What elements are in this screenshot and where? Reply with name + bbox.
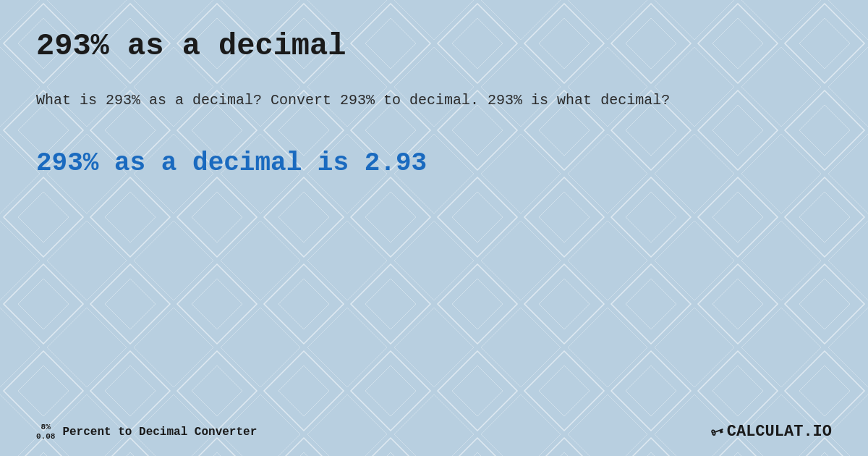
page-title: 293% as a decimal xyxy=(36,29,832,64)
page-description: What is 293% as a decimal? Convert 293% … xyxy=(36,89,832,112)
percent-top: 8% xyxy=(41,423,51,432)
key-icon: 🗝 xyxy=(709,423,726,442)
logo-text: CALCULAT.IO xyxy=(727,423,832,441)
result-section: 293% as a decimal is 2.93 xyxy=(36,148,832,178)
footer-label: Percent to Decimal Converter xyxy=(62,426,257,439)
percent-bottom: 0.08 xyxy=(36,432,55,442)
percent-fraction: 8% 0.08 xyxy=(36,423,55,442)
footer: 8% 0.08 Percent to Decimal Converter 🗝 C… xyxy=(36,423,832,442)
footer-left: 8% 0.08 Percent to Decimal Converter xyxy=(36,423,257,442)
result-text: 293% as a decimal is 2.93 xyxy=(36,148,832,178)
calculat-logo: 🗝 CALCULAT.IO xyxy=(711,423,832,441)
